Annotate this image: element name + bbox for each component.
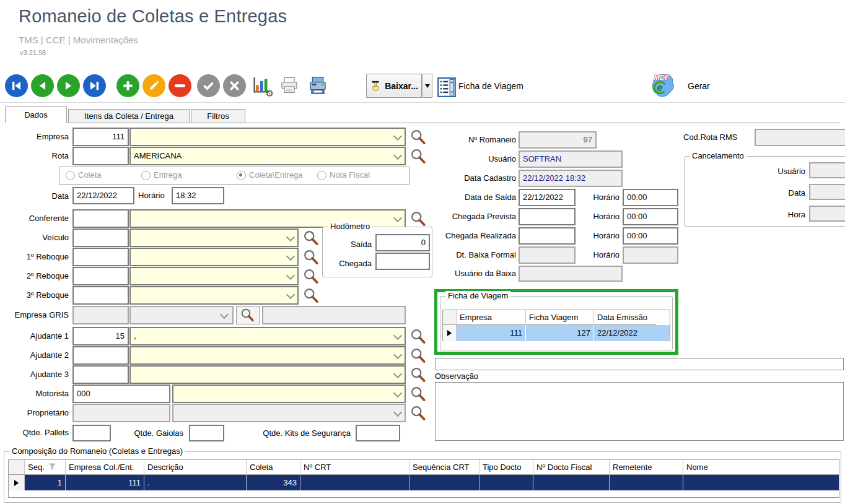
qtde-gaiolas-field[interactable] — [189, 425, 224, 441]
ajudante1-combo[interactable]: , — [129, 327, 406, 345]
row-selector[interactable] — [9, 475, 25, 490]
conferente-code-field[interactable] — [72, 209, 129, 228]
ficha-viagem-button[interactable] — [435, 76, 458, 99]
cell-n-docto-fiscal[interactable] — [533, 475, 610, 490]
tab-itens-coleta-entrega[interactable]: Itens da Coleta / Entrega — [68, 109, 190, 123]
cell-n-crt[interactable] — [300, 475, 409, 490]
cancel-button[interactable] — [223, 74, 246, 97]
radio-entrega[interactable] — [141, 171, 151, 180]
ajudante2-combo[interactable] — [129, 346, 406, 365]
mdfe-gerar-button[interactable]: MDF e — [648, 71, 676, 100]
ficha-col-data-emissao[interactable]: Data Emissão — [594, 310, 656, 325]
col-seq[interactable]: Seq. — [25, 460, 66, 475]
cell-coleta[interactable]: 343 — [247, 475, 300, 490]
horario-realizada-field[interactable]: 00:00 — [623, 227, 678, 245]
edit-button[interactable] — [142, 74, 165, 97]
search-icon[interactable] — [409, 366, 426, 384]
horario-field[interactable]: 18:32 — [172, 187, 224, 204]
filter-funnel-icon[interactable] — [49, 463, 56, 470]
qtde-kits-field[interactable] — [356, 425, 400, 441]
confirm-button[interactable] — [197, 74, 220, 97]
col-sequencia-crt[interactable]: Sequência CRT — [409, 460, 479, 475]
search-icon[interactable] — [409, 404, 426, 422]
empresa-gris-combo[interactable] — [129, 306, 234, 324]
reboque1-combo[interactable] — [129, 248, 299, 266]
ficha-col-empresa[interactable]: Empresa — [457, 310, 526, 325]
baixar-button[interactable]: Baixar... — [366, 74, 422, 98]
data-saida-field[interactable]: 22/12/2022 — [519, 189, 576, 206]
reboque2-code-field[interactable] — [72, 267, 129, 285]
horario-saida-field[interactable]: 00:00 — [623, 189, 678, 206]
ficha-col-ficha-viagem[interactable]: Ficha Viagem — [526, 310, 594, 325]
col-remetente[interactable]: Remetente — [610, 460, 683, 475]
print-button[interactable] — [306, 74, 330, 97]
col-n-crt[interactable]: Nº CRT — [300, 460, 409, 475]
qtde-pallets-field[interactable] — [72, 425, 111, 441]
next-record-button[interactable] — [57, 74, 80, 97]
reboque3-combo[interactable] — [129, 286, 299, 305]
observacao-textarea[interactable] — [435, 382, 844, 441]
chegada-prevista-field[interactable] — [519, 208, 576, 225]
cell-sequencia-crt[interactable] — [409, 475, 479, 490]
cell-empresa-col-ent[interactable]: 111 — [66, 475, 144, 490]
search-icon[interactable] — [302, 229, 319, 247]
motorista-combo[interactable] — [172, 385, 406, 403]
col-n-docto-fiscal[interactable]: Nº Docto Fiscal — [533, 460, 610, 475]
tab-dados[interactable]: Dados — [5, 106, 67, 123]
radio-nota-fiscal[interactable] — [317, 171, 326, 180]
col-tipo-docto[interactable]: Tipo Docto — [479, 460, 533, 475]
cell-seq[interactable]: 1 — [25, 475, 66, 490]
empresa-gris-code-field[interactable] — [72, 306, 129, 324]
print-preview-button[interactable] — [278, 74, 301, 97]
ajudante3-code-field[interactable] — [72, 365, 129, 384]
cell-nome[interactable] — [683, 475, 839, 490]
col-coleta[interactable]: Coleta — [247, 460, 300, 475]
horario-prevista-field[interactable]: 00:00 — [623, 208, 678, 225]
ajudante1-code-field[interactable]: 15 — [72, 327, 129, 345]
ficha-cell-data-emissao[interactable]: 22/12/2022 — [594, 325, 656, 341]
cell-descricao[interactable]: . — [144, 475, 247, 490]
empresa-combo[interactable] — [129, 128, 406, 146]
first-record-button[interactable] — [5, 74, 28, 97]
row-selector[interactable] — [443, 325, 457, 341]
motorista-code-field[interactable]: 000 — [72, 385, 170, 403]
composicao-row[interactable]: 1 111 . 343 — [9, 475, 839, 490]
hodometro-chegada-field[interactable] — [375, 253, 430, 270]
rota-code-field[interactable] — [72, 147, 129, 165]
data-field[interactable]: 22/12/2022 — [72, 187, 134, 204]
add-button[interactable] — [116, 74, 139, 97]
search-icon[interactable] — [302, 267, 319, 285]
veiculo-combo[interactable] — [129, 228, 299, 247]
chegada-realizada-field[interactable] — [519, 227, 576, 245]
empresa-code-field[interactable]: 111 — [72, 128, 129, 146]
col-empresa-col-ent[interactable]: Empresa Col./Ent. — [66, 460, 144, 475]
search-icon[interactable] — [409, 147, 426, 165]
search-icon[interactable] — [409, 347, 426, 365]
chart-button[interactable]: ⚙ — [249, 74, 273, 97]
baixar-dropdown-button[interactable] — [422, 74, 432, 98]
ficha-viagem-row[interactable]: 111 127 22/12/2022 — [443, 325, 670, 341]
col-descricao[interactable]: Descrição — [144, 460, 247, 475]
col-nome[interactable]: Nome — [683, 460, 839, 475]
reboque1-code-field[interactable] — [72, 248, 129, 266]
search-icon[interactable] — [409, 328, 426, 345]
cell-remetente[interactable] — [610, 475, 683, 490]
reboque2-combo[interactable] — [129, 267, 299, 285]
search-icon[interactable] — [409, 128, 426, 146]
search-icon[interactable] — [302, 248, 319, 266]
delete-button[interactable] — [169, 74, 191, 97]
cell-tipo-docto[interactable] — [479, 475, 533, 490]
ficha-cell-ficha-viagem[interactable]: 127 — [526, 325, 594, 341]
ajudante2-code-field[interactable] — [72, 346, 129, 365]
tab-filtros[interactable]: Filtros — [191, 109, 245, 123]
ficha-cell-empresa[interactable]: 111 — [457, 325, 526, 341]
veiculo-code-field[interactable] — [72, 228, 129, 247]
search-icon[interactable] — [409, 385, 426, 403]
search-icon[interactable] — [302, 287, 319, 305]
radio-coleta[interactable] — [66, 171, 75, 180]
empresa-gris-search-button[interactable] — [236, 306, 260, 324]
rota-combo[interactable]: AMERICANA — [129, 147, 406, 165]
hodometro-saida-field[interactable]: 0 — [375, 234, 430, 251]
search-icon[interactable] — [409, 210, 426, 228]
ajudante3-combo[interactable] — [129, 365, 406, 384]
